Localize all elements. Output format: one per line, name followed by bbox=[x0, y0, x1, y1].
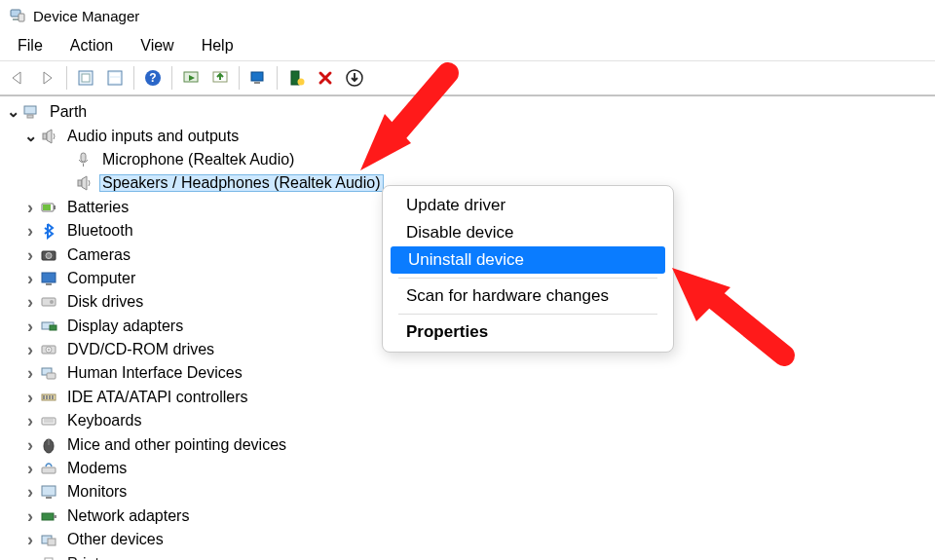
tree-node-label: Audio inputs and outputs bbox=[64, 128, 242, 145]
svg-rect-1 bbox=[13, 19, 19, 20]
ctx-separator bbox=[398, 314, 657, 315]
tree-node-label: Monitors bbox=[64, 483, 130, 501]
expand-toggle[interactable] bbox=[21, 341, 39, 358]
tree-node-label: IDE ATA/ATAPI controllers bbox=[64, 389, 251, 406]
help-button[interactable]: ? bbox=[139, 64, 167, 92]
menu-file[interactable]: File bbox=[6, 35, 55, 56]
svg-rect-45 bbox=[49, 395, 51, 399]
svg-rect-32 bbox=[46, 283, 52, 285]
tree-node-keyboards[interactable]: Keyboards bbox=[0, 409, 935, 432]
svg-rect-14 bbox=[254, 82, 260, 84]
svg-line-63 bbox=[706, 292, 784, 355]
microphone-icon bbox=[74, 150, 94, 169]
display-adapter-icon bbox=[39, 317, 58, 336]
tree-node-label: Mice and other pointing devices bbox=[64, 436, 289, 454]
menu-action[interactable]: Action bbox=[58, 35, 125, 56]
expand-toggle[interactable] bbox=[21, 389, 39, 406]
tree-node-label: Disk drives bbox=[64, 293, 146, 311]
ctx-update-driver[interactable]: Update driver bbox=[389, 192, 667, 219]
toolbar-separator bbox=[277, 66, 278, 90]
menu-view[interactable]: View bbox=[129, 35, 185, 56]
tree-node-mice[interactable]: Mice and other pointing devices bbox=[0, 432, 935, 456]
expand-toggle[interactable] bbox=[21, 246, 39, 264]
svg-rect-24 bbox=[78, 180, 82, 186]
update-driver-button[interactable] bbox=[206, 64, 234, 92]
svg-marker-21 bbox=[47, 130, 52, 143]
expand-toggle[interactable] bbox=[21, 412, 39, 429]
expand-toggle[interactable] bbox=[21, 199, 39, 216]
svg-rect-2 bbox=[19, 14, 24, 21]
toolbar-separator bbox=[171, 66, 172, 90]
disk-drive-icon bbox=[39, 292, 58, 312]
annotation-arrow-icon bbox=[341, 54, 477, 194]
expand-toggle[interactable] bbox=[21, 436, 39, 454]
expand-toggle[interactable] bbox=[21, 460, 39, 477]
svg-rect-19 bbox=[27, 115, 33, 118]
svg-rect-52 bbox=[42, 467, 56, 473]
svg-rect-28 bbox=[43, 205, 51, 210]
modem-icon bbox=[39, 459, 58, 478]
expand-toggle[interactable] bbox=[21, 222, 39, 240]
scan-hardware-button[interactable] bbox=[177, 64, 205, 92]
window-title: Device Manager bbox=[33, 8, 139, 24]
ctx-disable-device[interactable]: Disable device bbox=[389, 219, 667, 246]
tree-node-label: Computer bbox=[64, 270, 138, 287]
tree-node-label: Cameras bbox=[64, 246, 133, 264]
tree-node-network[interactable]: Network adapters bbox=[0, 504, 935, 528]
tree-node-label: DVD/CD-ROM drives bbox=[64, 341, 217, 358]
ctx-properties[interactable]: Properties bbox=[389, 318, 667, 346]
expand-toggle[interactable] bbox=[21, 555, 39, 560]
expand-toggle[interactable] bbox=[4, 103, 21, 121]
annotation-arrow-icon bbox=[643, 253, 808, 384]
tree-node-label: Other devices bbox=[64, 531, 167, 548]
svg-point-39 bbox=[48, 349, 50, 351]
tree-node-label: Display adapters bbox=[64, 317, 186, 335]
expand-toggle[interactable] bbox=[21, 364, 39, 382]
monitor-icon bbox=[39, 482, 58, 502]
svg-rect-46 bbox=[52, 395, 54, 399]
ctx-separator bbox=[398, 278, 657, 279]
tree-node-label: Keyboards bbox=[64, 412, 145, 429]
tree-node-label: Batteries bbox=[64, 199, 131, 216]
svg-point-16 bbox=[298, 79, 305, 86]
ctx-uninstall-device[interactable]: Uninstall device bbox=[391, 246, 665, 274]
svg-rect-6 bbox=[110, 73, 120, 76]
ctx-scan-hardware[interactable]: Scan for hardware changes bbox=[389, 282, 667, 310]
expand-toggle[interactable] bbox=[21, 317, 39, 335]
expand-toggle[interactable] bbox=[21, 483, 39, 501]
back-button[interactable] bbox=[5, 64, 32, 92]
tree-node-monitors[interactable]: Monitors bbox=[0, 480, 935, 504]
svg-rect-58 bbox=[48, 539, 56, 545]
menu-help[interactable]: Help bbox=[190, 35, 245, 56]
mouse-icon bbox=[39, 435, 58, 455]
tree-node-label: Human Interface Devices bbox=[64, 364, 245, 382]
speaker-icon bbox=[74, 173, 94, 193]
expand-toggle[interactable] bbox=[21, 270, 39, 287]
expand-toggle[interactable] bbox=[21, 128, 39, 145]
expand-toggle[interactable] bbox=[21, 531, 39, 548]
forward-button[interactable] bbox=[34, 64, 61, 92]
battery-icon bbox=[39, 198, 58, 217]
svg-rect-7 bbox=[110, 78, 120, 83]
uninstall-device-button[interactable] bbox=[312, 64, 339, 92]
svg-marker-25 bbox=[82, 176, 87, 190]
tree-node-print-queues[interactable]: Print queues bbox=[0, 551, 935, 560]
printer-icon bbox=[39, 554, 58, 560]
tree-node-label: Modems bbox=[64, 460, 130, 477]
show-hidden-button[interactable] bbox=[72, 64, 99, 92]
title-bar: Device Manager bbox=[0, 0, 935, 31]
tree-node-label: Bluetooth bbox=[64, 222, 136, 240]
tree-node-modems[interactable]: Modems bbox=[0, 457, 935, 480]
keyboard-icon bbox=[39, 411, 58, 430]
tree-node-ide[interactable]: IDE ATA/ATAPI controllers bbox=[0, 386, 935, 409]
add-legacy-button[interactable] bbox=[282, 64, 310, 92]
tree-node-other[interactable]: Other devices bbox=[0, 528, 935, 551]
enable-device-button[interactable] bbox=[244, 64, 272, 92]
svg-rect-22 bbox=[81, 153, 86, 162]
context-menu: Update driver Disable device Uninstall d… bbox=[382, 185, 674, 353]
hid-icon bbox=[39, 363, 58, 383]
expand-toggle[interactable] bbox=[21, 507, 39, 525]
tree-node-label: Network adapters bbox=[64, 507, 192, 525]
expand-toggle[interactable] bbox=[21, 293, 39, 311]
properties-button[interactable] bbox=[101, 64, 129, 92]
